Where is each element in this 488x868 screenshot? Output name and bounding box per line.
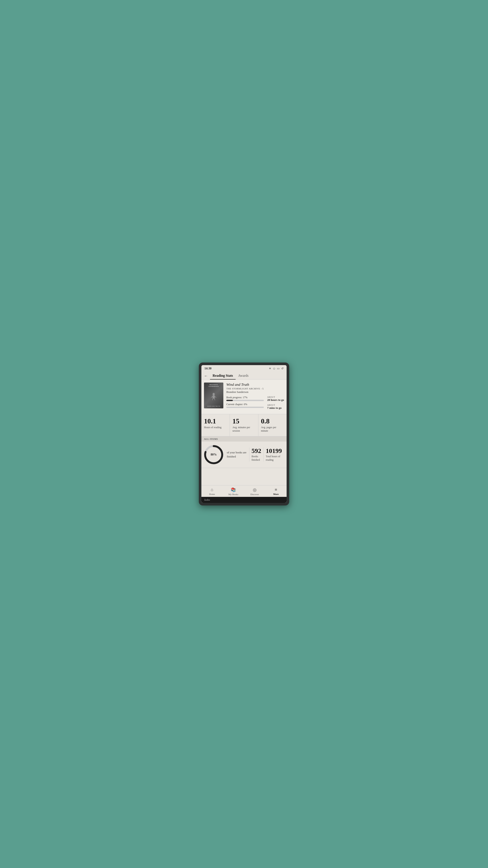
total-hours-number: 10199 [266,447,282,454]
home-icon: ⌂ [210,487,213,492]
nav-more-label: More [273,493,279,495]
about2-label: ABOUT [267,404,284,406]
book-progress-bar [226,400,264,401]
svg-point-0 [213,393,215,396]
about1-value: 28 hours to go [267,398,284,402]
stat-avg-minutes: 15 Avg. minutes per session [230,414,258,436]
discover-icon: ◎ [253,487,257,492]
cover-subtitle: WIND AND TRUTH [207,405,220,407]
status-icons: ☀ ◇ ▭ ↺ [269,367,284,370]
total-hours-label: Total hours of reading [266,455,282,462]
stat-hours: 10.1 Hours of reading [201,414,230,436]
chapter-progress-bar [226,407,264,408]
book-series: THE STORMLIGHT ARCHIVE - 5 [226,387,284,390]
wifi-icon: ◇ [273,367,275,370]
nav-tabs: ← Reading Stats Awards [201,371,287,379]
book-progress-label: Book progress: 17% [226,396,264,399]
nav-my-books[interactable]: 📚 My Books [223,487,244,496]
svg-rect-1 [213,396,215,399]
my-books-icon: 📚 [231,487,236,492]
donut-chart: 80% [204,445,223,464]
sync-icon: ↺ [281,367,284,370]
stat-avg-pages-label: Avg. pages per minute [261,426,284,433]
more-icon: ≡ [275,487,277,492]
stat-books-finished: 592 Books finished [249,447,263,462]
cover-author: BRANDONSANDERSON [208,384,219,387]
svg-line-4 [213,399,213,400]
items-stats: 592 Books finished 10199 Total hours of … [249,447,284,462]
kobo-brand: kobo [201,497,287,503]
chapter-progress-label: Current chapter: 0% [226,403,264,406]
progress-left: Book progress: 17% Current chapter: 0% [226,396,264,410]
back-button[interactable]: ← [204,374,208,378]
status-time: 14:30 [204,367,212,370]
nav-more[interactable]: ≡ More [265,487,287,496]
donut-label: of your books are finished [227,451,247,458]
about2-value: 7 mins to go [267,406,284,410]
progress-row: Book progress: 17% Current chapter: 0% A… [226,396,284,410]
screen: 14:30 ☀ ◇ ▭ ↺ ← Reading Stats Awards BRA… [201,365,287,503]
stat-avg-minutes-label: Avg. minutes per session [232,426,255,433]
stat-avg-minutes-number: 15 [232,417,255,425]
nav-my-books-label: My Books [228,493,238,496]
stat-total-hours: 10199 Total hours of reading [263,447,284,462]
status-bar: 14:30 ☀ ◇ ▭ ↺ [201,365,287,371]
cover-figure-icon [209,392,218,401]
book-cover[interactable]: BRANDONSANDERSON WIND AND TRUTH [204,382,223,408]
empty-space [201,468,287,485]
book-section: BRANDONSANDERSON WIND AND TRUTH Wind and… [201,379,287,414]
all-items-content: 80% of your books are finished 592 Books… [201,441,287,468]
stat-hours-number: 10.1 [204,417,227,425]
tab-awards[interactable]: Awards [236,372,251,379]
book-progress-fill [226,400,233,401]
progress-right: ABOUT 28 hours to go ABOUT 7 mins to go [267,396,284,410]
nav-home-label: Home [209,493,215,495]
stat-avg-pages: 0.8 Avg. pages per minute [258,414,287,436]
brightness-icon: ☀ [269,367,271,370]
bottom-nav: ⌂ Home 📚 My Books ◎ Discover ≡ More [201,485,287,497]
svg-line-2 [211,396,213,398]
books-finished-label: Books finished [252,455,261,462]
nav-home[interactable]: ⌂ Home [201,487,223,496]
stat-hours-label: Hours of reading [204,426,227,429]
book-author: Brandon Sanderson [226,390,284,394]
about1-label: ABOUT [267,396,284,398]
reading-stats-row: 10.1 Hours of reading 15 Avg. minutes pe… [201,414,287,436]
svg-line-5 [214,399,215,400]
stat-avg-pages-number: 0.8 [261,417,284,425]
all-items-header: ALL ITEMS [201,436,287,441]
tab-reading-stats[interactable]: Reading Stats [210,372,236,379]
nav-discover-label: Discover [251,493,259,496]
donut-percent-text: 80% [210,453,217,456]
device-frame: 14:30 ☀ ◇ ▭ ↺ ← Reading Stats Awards BRA… [199,363,289,505]
battery-icon: ▭ [277,367,280,370]
books-finished-number: 592 [252,447,261,454]
book-title: Wind and Truth [226,382,284,387]
svg-line-3 [215,396,216,398]
nav-discover[interactable]: ◎ Discover [244,487,265,496]
book-info: Wind and Truth THE STORMLIGHT ARCHIVE - … [226,382,284,411]
